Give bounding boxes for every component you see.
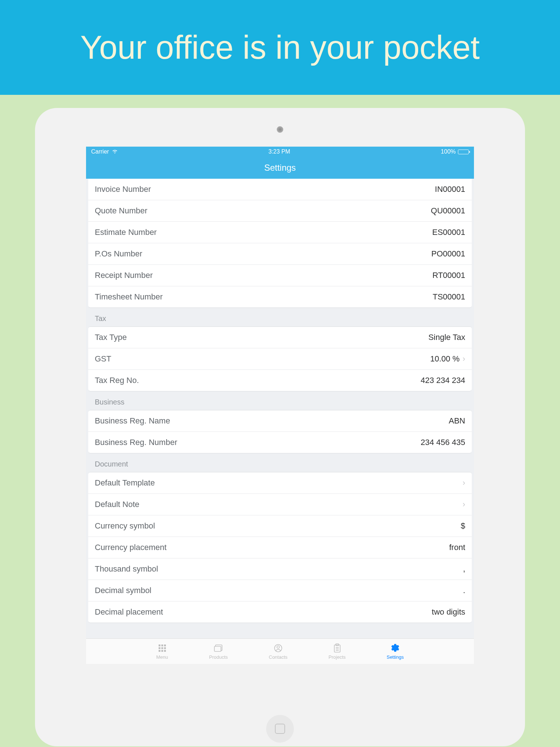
row-estimate-number[interactable]: Estimate Number ES00001: [88, 222, 472, 243]
row-business-reg-number[interactable]: Business Reg. Number 234 456 435: [88, 432, 472, 453]
row-label: Timesheet Number: [95, 292, 163, 302]
battery-percent: 100%: [441, 148, 456, 155]
row-label: Business Reg. Name: [95, 416, 170, 426]
row-label: Currency placement: [95, 543, 167, 552]
row-decimal-symbol[interactable]: Decimal symbol .: [88, 580, 472, 601]
device-screen: Carrier 3:23 PM 100% Settings Invoice Nu…: [86, 147, 474, 664]
row-value: PO00001: [431, 249, 465, 259]
svg-point-11: [277, 646, 279, 649]
stack-icon: [213, 643, 224, 654]
row-label: Thousand symbol: [95, 564, 158, 574]
row-quote-number[interactable]: Quote Number QU00001: [88, 200, 472, 222]
row-default-template[interactable]: Default Template ›: [88, 472, 472, 494]
nav-bar: Settings: [86, 157, 474, 179]
battery-icon: [458, 150, 469, 154]
row-timesheet-number[interactable]: Timesheet Number TS00001: [88, 286, 472, 307]
row-business-reg-name[interactable]: Business Reg. Name ABN: [88, 410, 472, 432]
row-value: $: [461, 521, 465, 531]
row-label: Decimal symbol: [95, 586, 151, 595]
settings-list[interactable]: Invoice Number IN00001 Quote Number QU00…: [86, 179, 474, 638]
tax-section: Tax Type Single Tax GST 10.00 % › Tax Re…: [88, 326, 472, 391]
tab-label: Products: [209, 654, 228, 660]
document-section: Default Template › Default Note › Curren…: [88, 472, 472, 623]
tab-label: Settings: [386, 654, 404, 660]
row-invoice-number[interactable]: Invoice Number IN00001: [88, 179, 472, 200]
svg-rect-4: [161, 647, 163, 649]
row-value: ›: [460, 478, 465, 488]
clipboard-icon: [332, 643, 343, 654]
row-value: 423 234 234: [421, 376, 465, 385]
banner-text: Your office is in your pocket: [80, 29, 480, 66]
row-value: ES00001: [432, 228, 465, 237]
row-label: Default Template: [95, 478, 155, 488]
row-label: Receipt Number: [95, 271, 153, 280]
row-label: GST: [95, 354, 111, 364]
row-value: TS00001: [433, 292, 465, 302]
svg-rect-12: [334, 645, 340, 652]
tab-settings[interactable]: Settings: [386, 643, 404, 660]
page-title: Settings: [264, 163, 296, 173]
row-thousand-symbol[interactable]: Thousand symbol ,: [88, 558, 472, 580]
row-label: Tax Reg No.: [95, 376, 139, 385]
chevron-right-icon: ›: [463, 500, 465, 509]
wifi-icon: [112, 148, 118, 155]
ipad-frame: Carrier 3:23 PM 100% Settings Invoice Nu…: [35, 108, 525, 746]
row-value: ABN: [449, 416, 465, 426]
tab-products[interactable]: Products: [209, 643, 228, 660]
row-value: 234 456 435: [421, 438, 465, 447]
tab-projects[interactable]: Projects: [328, 643, 346, 660]
grid-icon: [157, 643, 168, 654]
row-decimal-placement[interactable]: Decimal placement two digits: [88, 601, 472, 623]
svg-rect-8: [164, 650, 166, 652]
chevron-right-icon: ›: [463, 478, 465, 488]
row-value: QU00001: [431, 206, 465, 216]
chevron-right-icon: ›: [463, 354, 465, 364]
row-default-note[interactable]: Default Note ›: [88, 494, 472, 515]
tab-menu[interactable]: Menu: [156, 643, 168, 660]
row-value: 10.00 % ›: [430, 354, 465, 364]
tab-label: Projects: [328, 654, 346, 660]
svg-rect-9: [214, 646, 221, 651]
tab-contacts[interactable]: Contacts: [269, 643, 287, 660]
row-value: Single Tax: [428, 333, 465, 342]
row-value: ,: [463, 564, 465, 574]
home-square-icon: [275, 724, 285, 734]
svg-rect-5: [164, 647, 166, 649]
row-label: Decimal placement: [95, 607, 163, 617]
promo-banner: Your office is in your pocket: [0, 0, 560, 95]
section-header-tax: Tax: [86, 308, 474, 326]
row-receipt-number[interactable]: Receipt Number RT00001: [88, 265, 472, 286]
row-currency-symbol[interactable]: Currency symbol $: [88, 515, 472, 537]
row-tax-type[interactable]: Tax Type Single Tax: [88, 327, 472, 348]
camera-icon: [277, 126, 283, 133]
row-label: Default Note: [95, 500, 139, 509]
row-label: Quote Number: [95, 206, 147, 216]
svg-rect-6: [159, 650, 160, 652]
row-value: .: [463, 586, 465, 595]
row-value: IN00001: [435, 185, 465, 194]
section-header-business: Business: [86, 391, 474, 410]
row-label: Estimate Number: [95, 228, 157, 237]
row-value: ›: [460, 500, 465, 509]
carrier-label: Carrier: [91, 148, 109, 155]
tab-label: Contacts: [269, 654, 287, 660]
row-tax-reg-no[interactable]: Tax Reg No. 423 234 234: [88, 370, 472, 391]
row-value: two digits: [432, 607, 465, 617]
home-button[interactable]: [266, 715, 294, 743]
person-icon: [273, 643, 284, 654]
tab-label: Menu: [156, 654, 168, 660]
tab-bar: Menu Products Contacts Projects: [86, 638, 474, 664]
row-pos-number[interactable]: P.Os Number PO00001: [88, 243, 472, 265]
status-bar: Carrier 3:23 PM 100%: [86, 147, 474, 157]
svg-rect-0: [159, 645, 160, 646]
row-value: RT00001: [432, 271, 465, 280]
svg-rect-2: [164, 645, 166, 646]
numbers-section: Invoice Number IN00001 Quote Number QU00…: [88, 179, 472, 308]
status-time: 3:23 PM: [268, 148, 290, 155]
row-currency-placement[interactable]: Currency placement front: [88, 537, 472, 558]
row-value: front: [449, 543, 465, 552]
svg-rect-3: [159, 647, 160, 649]
row-gst[interactable]: GST 10.00 % ›: [88, 348, 472, 370]
row-label: Tax Type: [95, 333, 127, 342]
row-label: P.Os Number: [95, 249, 142, 259]
